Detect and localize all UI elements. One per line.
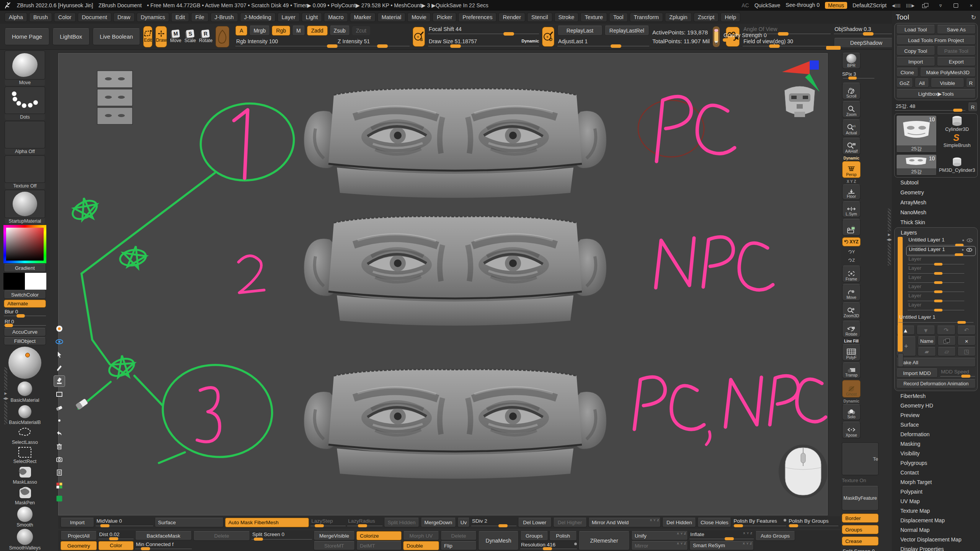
mergedown-button[interactable]: MergeDown [421,518,456,527]
material-basic[interactable]: BasicMaterial [2,380,47,403]
layers-header[interactable]: Layers [896,229,976,237]
rgb-button[interactable]: Rgb [272,26,290,36]
smart-resym-button[interactable]: Smart ReSymX Y Z [689,541,754,550]
rotate-y-button[interactable]: Y [842,248,861,256]
polyf-button[interactable]: PolyF [842,344,861,361]
polish-button[interactable]: Polish [549,531,577,541]
menu-light[interactable]: Light [302,13,322,22]
menu-alpha[interactable]: Alpha [5,13,27,22]
stroke-slot-dots[interactable]: Dots [2,86,47,120]
section-texture-map[interactable]: Texture Map [894,506,978,515]
export-tool-button[interactable]: Export [937,57,976,66]
lsym-button[interactable]: L.Sym [842,201,861,217]
smooth-brush-slot[interactable]: Smooth [2,507,47,528]
record-deformation-button[interactable]: Record Deformation Animation [896,379,976,388]
zsub-button[interactable]: Zsub [330,26,350,36]
gravity-pencil-button[interactable] [713,26,720,47]
min-connected-slider[interactable]: Min Connected f [135,541,192,550]
layer-eye-icon[interactable] [967,238,973,243]
load-tool-button[interactable]: Load Tool [896,25,935,34]
shelf-end-slider-handle[interactable] [826,46,841,50]
surface-button[interactable]: Surface [155,518,224,527]
color-picker[interactable] [3,225,46,263]
del-lower-button[interactable]: Del Lower [518,518,552,527]
field-of-view-slider[interactable]: Field of view(deg) 30 [743,38,831,48]
menu-preferences[interactable]: Preferences [458,13,497,22]
zoom-button[interactable]: Zoom [842,101,861,118]
see-through-slider[interactable]: See-through 0 [786,2,820,9]
goz-all-button[interactable]: All [915,78,929,88]
rotate-mode-button[interactable]: R Rotate [199,26,212,47]
split-screen-slider[interactable]: Split Screen 0 [842,548,879,551]
menu-stencil[interactable]: Stencil [527,13,552,22]
section-contact[interactable]: Contact [894,468,978,477]
menu-tool[interactable]: Tool [609,13,628,22]
bake-all-button[interactable]: Bake All [896,358,976,367]
menu-stroke[interactable]: Stroke [554,13,579,22]
layer-row-2-selected[interactable]: Untitled Layer 1 ● [906,246,976,256]
refresh-icon[interactable]: ↻ [971,14,976,21]
dynamic-label[interactable]: Dynamic [521,39,539,43]
move-mode-button[interactable]: M Move [170,26,181,47]
menu-jbrush[interactable]: J-Brush [211,13,238,22]
layer-delete-button[interactable]: × [957,336,976,346]
current-brush-thumbnail[interactable] [216,26,229,47]
texture-slot[interactable]: Texture Off [2,155,47,189]
persp-button[interactable]: Persp [842,161,861,178]
cursor-icon[interactable] [54,349,65,360]
layout-icon[interactable] [920,2,930,9]
sculpt-model-2[interactable] [304,216,606,326]
canvas-viewport[interactable] [58,53,828,515]
replay-last-rel-button[interactable]: ReplayLastRel [604,26,650,36]
midvalue-slider[interactable]: MidValue 0 [96,518,153,527]
section-arraymesh[interactable]: ArrayMesh [894,197,978,207]
layer-row-1[interactable]: Untitled Layer 1 ● [906,237,976,246]
bpr-button[interactable]: BPR [842,53,861,69]
zadd-button[interactable]: Zadd [307,26,328,36]
scale-mode-button[interactable]: S Scale [185,26,196,47]
menu-macro[interactable]: Macro [324,13,348,22]
z-intensity-slider[interactable]: Z Intensity 51 [337,38,410,48]
palette-icon[interactable] [54,480,65,491]
goz-visible-button[interactable]: Visible [931,78,964,88]
tool-item-cylinder3d[interactable]: Cylinder3D [938,115,976,132]
select-lasso-slot[interactable]: SelectLasso [2,426,47,445]
section-deformation[interactable]: Deformation [894,429,978,439]
menu-movie[interactable]: Movie [407,13,431,22]
import-mdd-button[interactable]: Import MDD [896,368,938,378]
section-preview[interactable]: Preview [894,410,978,420]
camera-lock-button[interactable] [842,219,861,236]
menu-document[interactable]: Document [78,13,111,22]
restore-button[interactable] [951,2,961,9]
undo-icon[interactable] [54,428,65,439]
backfacemask-button[interactable]: BackfaceMask [135,531,192,540]
sculpt-model-3[interactable] [304,369,606,479]
menu-dynamics[interactable]: Dynamics [137,13,170,22]
del-hidden-button[interactable]: Del Hidden [662,518,696,527]
section-geometry-hd[interactable]: Geometry HD [894,401,978,410]
adjust-last-slider[interactable]: AdjustLast 1 [557,38,649,48]
move-canvas-button[interactable]: Move [842,284,861,301]
mask-pen-slot[interactable]: MaskPen [2,486,47,506]
menu-edit[interactable]: Edit [171,13,189,22]
solo-button[interactable]: Solo [842,404,861,420]
transp-button[interactable]: Transp [842,362,861,378]
section-uv-map[interactable]: UV Map [894,496,978,506]
section-masking[interactable]: Masking [894,439,978,448]
border-button[interactable]: Border [842,514,879,523]
mirror-and-weld-button[interactable]: Mirror And WeldX Y Z [588,518,661,527]
menu-help[interactable]: Help [720,13,740,22]
minimize-button[interactable]: ▿ [936,2,946,9]
qxyz-rotate-button[interactable]: XYZ [842,237,861,246]
aahalf-button[interactable]: AAHalf [842,138,861,155]
fillobject-button[interactable]: FillObject [4,337,46,346]
inflate-slider[interactable]: InflateX Y Z [689,531,754,540]
section-fibermesh[interactable]: FiberMesh [894,391,978,401]
pin-icon[interactable] [54,323,65,334]
live-boolean-button[interactable]: Live Boolean [93,28,140,45]
menu-color[interactable]: Color [54,13,76,22]
mergevisible-button[interactable]: MergeVisible [314,531,355,540]
pen-icon[interactable] [54,362,65,373]
menu-picker[interactable]: Picker [433,13,456,22]
screenshot-icon[interactable] [54,454,65,465]
